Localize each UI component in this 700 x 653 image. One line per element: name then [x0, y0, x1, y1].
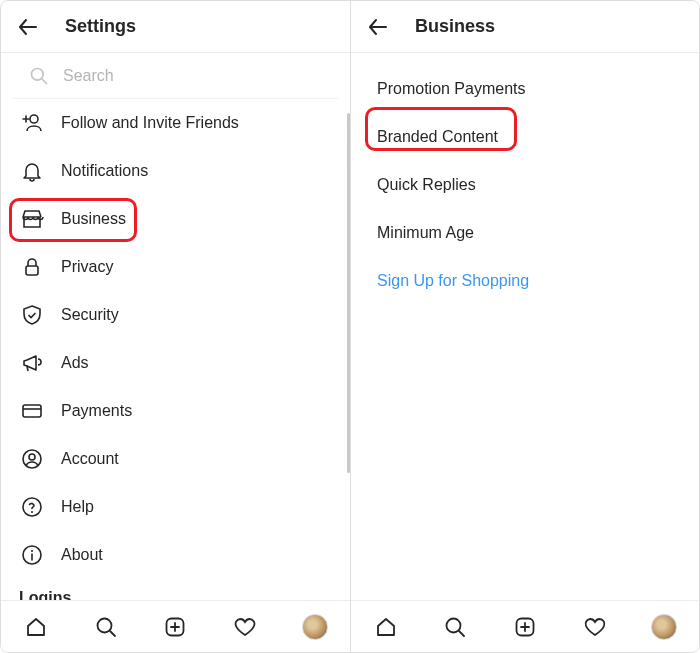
svg-point-1 — [30, 115, 38, 123]
search-icon — [443, 615, 467, 639]
nav-home[interactable] — [369, 610, 403, 644]
heart-icon — [583, 615, 607, 639]
menu-ads[interactable]: Ads — [1, 339, 350, 387]
megaphone-icon — [19, 350, 45, 376]
card-icon — [19, 398, 45, 424]
nav-home[interactable] — [19, 610, 53, 644]
row-quick-replies[interactable]: Quick Replies — [351, 161, 699, 209]
nav-profile[interactable] — [298, 610, 332, 644]
row-label: Sign Up for Shopping — [377, 272, 529, 290]
menu-label: Ads — [61, 354, 89, 372]
nav-add[interactable] — [158, 610, 192, 644]
search-icon — [29, 66, 49, 86]
business-pane: Business Promotion Payments Branded Cont… — [350, 1, 699, 652]
arrow-left-icon — [366, 15, 390, 39]
nav-add[interactable] — [508, 610, 542, 644]
bell-icon — [19, 158, 45, 184]
home-icon — [24, 615, 48, 639]
heart-icon — [233, 615, 257, 639]
row-label: Minimum Age — [377, 224, 474, 242]
logins-section: Logins — [1, 579, 350, 600]
info-icon — [19, 542, 45, 568]
menu-payments[interactable]: Payments — [1, 387, 350, 435]
business-header: Business — [351, 1, 699, 53]
menu-label: Payments — [61, 402, 132, 420]
menu-label: Follow and Invite Friends — [61, 114, 239, 132]
shield-icon — [19, 302, 45, 328]
svg-rect-3 — [23, 405, 41, 417]
svg-point-5 — [29, 454, 35, 460]
menu-notifications[interactable]: Notifications — [1, 147, 350, 195]
settings-pane: Settings Follow and Invite Friends — [1, 1, 350, 652]
storefront-icon — [19, 206, 45, 232]
add-person-icon — [19, 110, 45, 136]
menu-label: About — [61, 546, 103, 564]
business-title: Business — [415, 16, 495, 37]
nav-activity[interactable] — [578, 610, 612, 644]
search-input[interactable] — [63, 67, 322, 85]
help-icon — [19, 494, 45, 520]
menu-business[interactable]: Business — [1, 195, 350, 243]
menu-help[interactable]: Help — [1, 483, 350, 531]
lock-icon — [19, 254, 45, 280]
nav-activity[interactable] — [228, 610, 262, 644]
menu-follow-invite[interactable]: Follow and Invite Friends — [1, 99, 350, 147]
row-promotion-payments[interactable]: Promotion Payments — [351, 65, 699, 113]
row-sign-up-shopping[interactable]: Sign Up for Shopping — [351, 257, 699, 305]
arrow-left-icon — [16, 15, 40, 39]
menu-label: Business — [61, 210, 126, 228]
search-icon — [94, 615, 118, 639]
account-icon — [19, 446, 45, 472]
svg-rect-2 — [26, 266, 38, 275]
search-row[interactable] — [13, 53, 338, 99]
nav-profile[interactable] — [647, 610, 681, 644]
row-label: Branded Content — [377, 128, 498, 146]
menu-about[interactable]: About — [1, 531, 350, 579]
svg-point-9 — [31, 550, 33, 552]
menu-label: Account — [61, 450, 119, 468]
avatar-icon — [302, 614, 328, 640]
svg-point-7 — [31, 511, 33, 513]
add-box-icon — [513, 615, 537, 639]
settings-header: Settings — [1, 1, 350, 53]
menu-account[interactable]: Account — [1, 435, 350, 483]
menu-security[interactable]: Security — [1, 291, 350, 339]
add-box-icon — [163, 615, 187, 639]
menu-privacy[interactable]: Privacy — [1, 243, 350, 291]
nav-search[interactable] — [438, 610, 472, 644]
back-button[interactable] — [11, 10, 45, 44]
row-label: Promotion Payments — [377, 80, 526, 98]
back-button[interactable] — [361, 10, 395, 44]
bottom-nav-left — [1, 600, 350, 652]
row-label: Quick Replies — [377, 176, 476, 194]
nav-search[interactable] — [89, 610, 123, 644]
menu-label: Privacy — [61, 258, 113, 276]
menu-label: Notifications — [61, 162, 148, 180]
row-branded-content[interactable]: Branded Content — [351, 113, 699, 161]
avatar-icon — [651, 614, 677, 640]
bottom-nav-right — [351, 600, 699, 652]
menu-label: Help — [61, 498, 94, 516]
settings-title: Settings — [65, 16, 136, 37]
menu-label: Security — [61, 306, 119, 324]
row-minimum-age[interactable]: Minimum Age — [351, 209, 699, 257]
home-icon — [374, 615, 398, 639]
